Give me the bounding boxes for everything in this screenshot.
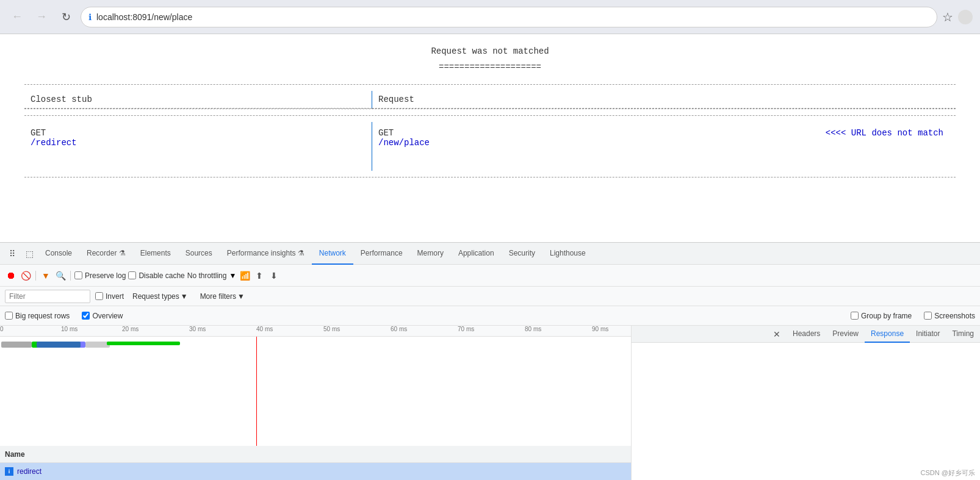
stub-header: Closest stub [24, 91, 372, 109]
stub-method: GET [31, 128, 366, 138]
detail-content [632, 343, 980, 480]
scale-60ms: 60 ms [391, 326, 407, 332]
request-body: GET /new/place <<<< URL does not match [372, 122, 956, 171]
stub-path: /redirect [31, 138, 366, 148]
request-type-icon: i [5, 467, 13, 476]
scale-10ms: 10 ms [61, 326, 77, 332]
request-path: /new/place [378, 138, 949, 148]
scale-80ms: 80 ms [525, 326, 541, 332]
watermark: CSDN @好乡可乐 [921, 468, 975, 478]
options-left: Big request rows Overview [5, 312, 838, 320]
timeline-scale: 0 10 ms 20 ms 30 ms 40 ms 50 ms 60 ms 70… [0, 326, 631, 337]
name-header: Name [0, 446, 631, 463]
name-panel: 0 10 ms 20 ms 30 ms 40 ms 50 ms 60 ms 70… [0, 326, 632, 480]
disable-cache-checkbox[interactable]: Disable cache [128, 271, 184, 280]
clear-icon[interactable]: 🚫 [20, 270, 32, 282]
scale-50ms: 50 ms [323, 326, 340, 332]
scale-0: 0 [0, 326, 4, 332]
scale-70ms: 70 ms [458, 326, 474, 332]
bookmark-icon[interactable]: ☆ [942, 10, 953, 24]
upload-icon[interactable]: ⬆ [253, 270, 265, 282]
group-by-frame-checkbox[interactable]: Group by frame [851, 312, 912, 320]
request-name: redirect [17, 467, 41, 476]
tab-sources[interactable]: Sources [178, 243, 220, 265]
scale-30ms: 30 ms [189, 326, 206, 332]
screenshots-checkbox[interactable]: Screenshots [924, 312, 975, 320]
more-filters-btn[interactable]: More filters ▼ [196, 291, 248, 302]
invert-checkbox[interactable]: Invert [95, 292, 124, 301]
back-button[interactable]: ← [7, 7, 27, 27]
browser-chrome: ← → ↻ ℹ localhost:8091/new/place ☆ [0, 0, 980, 34]
bar-green-2 [107, 342, 180, 345]
detail-tab-preview[interactable]: Preview [826, 326, 865, 343]
detail-tab-response[interactable]: Response [865, 326, 910, 343]
big-request-rows-checkbox[interactable]: Big request rows [5, 312, 70, 320]
options-right: Group by frame Screenshots [851, 312, 975, 320]
request-types-btn[interactable]: Request types ▼ [129, 291, 192, 302]
bottom-split: 0 10 ms 20 ms 30 ms 40 ms 50 ms 60 ms 70… [0, 326, 980, 480]
filter-row: Invert Request types ▼ More filters ▼ [0, 287, 980, 306]
detail-tabs: ✕ Headers Preview Response Initiator Tim… [632, 326, 980, 343]
scale-90ms: 90 ms [592, 326, 608, 332]
search-icon[interactable]: 🔍 [54, 270, 67, 282]
download-icon[interactable]: ⬇ [268, 270, 280, 282]
url-mismatch: <<<< URL does not match [826, 128, 943, 138]
detail-panel: ✕ Headers Preview Response Initiator Tim… [632, 326, 980, 480]
throttle-arrow[interactable]: ▼ [229, 271, 236, 280]
tab-performance-insights[interactable]: Performance insights ⚗ [220, 243, 312, 265]
tab-application[interactable]: Application [451, 243, 502, 265]
throttle-label: No throttling [187, 271, 227, 280]
bar-gray-2 [85, 342, 110, 348]
info-icon: ℹ [88, 12, 92, 22]
options-row: Big request rows Overview Group by frame… [0, 306, 980, 326]
tab-security[interactable]: Security [502, 243, 542, 265]
toolbar-separator-2 [70, 271, 71, 281]
device-icon-btn[interactable]: ⬚ [21, 245, 38, 262]
overview-checkbox[interactable]: Overview [82, 312, 123, 320]
tab-lighthouse[interactable]: Lighthouse [542, 243, 593, 265]
underline-text: ==================== [24, 62, 956, 72]
tab-network[interactable]: Network [312, 243, 353, 265]
wifi-icon[interactable]: 📶 [239, 270, 251, 282]
close-detail-btn[interactable]: ✕ [771, 328, 783, 340]
reload-button[interactable]: ↻ [56, 7, 76, 27]
scale-20ms: 20 ms [122, 326, 139, 332]
toolbar-separator-1 [35, 271, 36, 281]
tab-performance[interactable]: Performance [353, 243, 410, 265]
page-content: Request was not matched ================… [0, 34, 980, 242]
record-stop-icon[interactable]: ⏺ [5, 270, 17, 282]
tab-elements[interactable]: Elements [133, 243, 178, 265]
detail-tab-initiator[interactable]: Initiator [910, 326, 946, 343]
filter-input[interactable] [5, 290, 90, 303]
comparison-body: GET /redirect GET /new/place <<<< URL do… [24, 122, 956, 171]
bar-blue [37, 342, 85, 348]
bar-gray [1, 342, 32, 348]
detail-tab-timing[interactable]: Timing [946, 326, 980, 343]
tab-console[interactable]: Console [38, 243, 79, 265]
filter-icon[interactable]: ▼ [40, 270, 52, 282]
address-bar[interactable]: ℹ localhost:8091/new/place [81, 7, 937, 27]
timeline-body [0, 337, 631, 446]
url-text: localhost:8091/new/place [96, 12, 929, 22]
tab-recorder[interactable]: Recorder ⚗ [79, 243, 133, 265]
request-header: Request [372, 91, 956, 109]
inspect-icon-btn[interactable]: ⠿ [4, 245, 21, 262]
devtools-panel: ⠿ ⬚ Console Recorder ⚗ Elements Sources … [0, 242, 980, 480]
comparison-header: Closest stub Request [24, 91, 956, 109]
forward-button[interactable]: → [32, 7, 51, 27]
devtools-tab-bar: ⠿ ⬚ Console Recorder ⚗ Elements Sources … [0, 243, 980, 265]
profile-icon[interactable] [958, 10, 973, 24]
preserve-log-checkbox[interactable]: Preserve log [74, 271, 126, 280]
stub-body: GET /redirect [24, 122, 372, 171]
name-row-redirect[interactable]: i redirect [0, 463, 631, 480]
tab-memory[interactable]: Memory [410, 243, 451, 265]
scale-40ms: 40 ms [256, 326, 273, 332]
main-text: Request was not matched [24, 46, 956, 56]
network-toolbar: ⏺ 🚫 ▼ 🔍 Preserve log Disable cache No th… [0, 265, 980, 287]
detail-tab-headers[interactable]: Headers [787, 326, 826, 343]
red-line [256, 337, 257, 446]
